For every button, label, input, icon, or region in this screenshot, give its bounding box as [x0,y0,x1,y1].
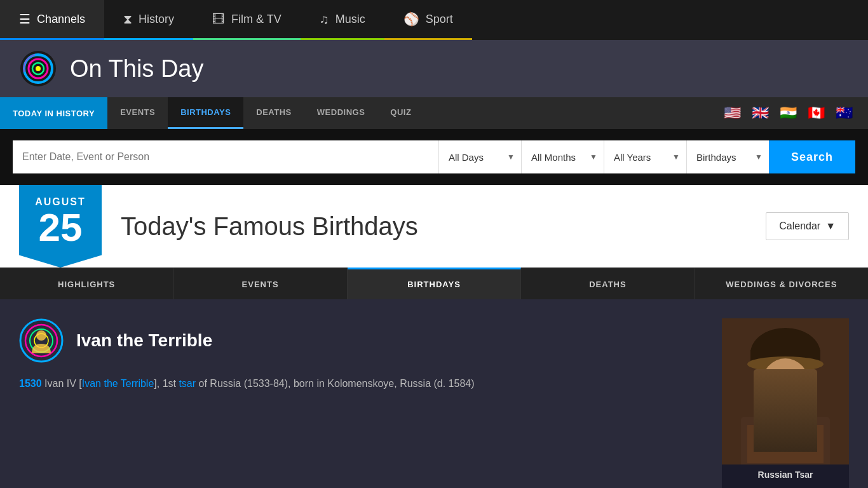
flag-uk[interactable]: 🇬🇧 [749,105,771,121]
flag-in[interactable]: 🇮🇳 [776,105,799,121]
person-description: 1530 Ivan IV [Ivan the Terrible], 1st ts… [19,376,703,392]
person-ring-icon [19,318,64,363]
search-bar: All Days 1234 5678 910 ▼ All Months Janu… [0,129,868,185]
search-button[interactable]: Search [769,140,855,173]
svg-point-27 [764,427,769,432]
nav-sport[interactable]: ⚾ Sport [384,0,472,40]
calendar-chevron-icon: ▼ [825,220,836,232]
page-title: Today's Famous Birthdays [121,212,766,241]
svg-point-16 [774,378,780,383]
date-banner: AUGUST 25 Today's Famous Birthdays Calen… [0,185,868,268]
years-select-wrap: All Years ▼ [604,140,686,173]
months-select[interactable]: All Months JanuaryFebruaryMarch AprilMay… [521,140,604,173]
ivan-link[interactable]: Ivan the Terrible [82,378,154,389]
months-select-wrap: All Months JanuaryFebruaryMarch AprilMay… [521,140,604,173]
svg-point-29 [789,427,794,432]
date-day: 25 [39,208,83,247]
channels-label: Channels [37,13,85,26]
person-name: Ivan the Terrible [76,330,212,351]
subnav-events[interactable]: Events [107,97,168,129]
nav-history[interactable]: ⧗ History [104,0,193,40]
svg-point-19 [765,390,806,418]
category-select-wrap: Birthdays Events Deaths Weddings ▼ [686,140,769,173]
search-input[interactable] [22,151,429,163]
music-label: Music [336,13,365,26]
svg-rect-26 [747,425,824,463]
tab-deaths[interactable]: Deaths [521,268,695,299]
flag-au[interactable]: 🇦🇺 [832,105,855,121]
flag-group: 🇺🇸 🇬🇧 🇮🇳 🇨🇦 🇦🇺 [708,97,868,129]
portrait-label: Russian Tsar [722,464,849,485]
svg-point-4 [36,66,41,71]
portrait-image [722,318,849,464]
years-select[interactable]: All Years [604,140,686,173]
sport-label: Sport [426,13,453,26]
person-icon-wrap [19,318,64,363]
top-navigation: ☰ Channels ⧗ History 🎞 Film & TV ♫ Music… [0,0,868,40]
filmtv-label: Film & TV [231,13,281,26]
person-year: 1530 [19,378,42,389]
svg-point-9 [36,330,46,341]
portrait-sublabel[interactable]: Ivan the Terrible [722,485,849,488]
svg-point-30 [802,427,807,432]
svg-point-20 [768,401,803,424]
music-icon: ♫ [320,12,329,27]
flag-ca[interactable]: 🇨🇦 [804,105,827,121]
history-icon: ⧗ [123,12,132,27]
channels-icon: ☰ [19,11,31,27]
nav-filmtv[interactable]: 🎞 Film & TV [193,0,301,40]
days-select-wrap: All Days 1234 5678 910 ▼ [438,140,521,173]
flag-us[interactable]: 🇺🇸 [721,105,743,121]
svg-point-25 [757,412,814,430]
content-tabs: Highlights Events Birthdays Deaths Weddi… [0,268,868,299]
brand-header: On This Day [0,40,868,97]
svg-point-24 [754,410,817,433]
sub-navigation: Today in History Events Birthdays Deaths… [0,97,868,129]
svg-point-18 [782,385,789,394]
subnav-weddings[interactable]: Weddings [304,97,378,129]
days-select[interactable]: All Days 1234 5678 910 [438,140,521,173]
sport-icon: ⚾ [403,11,419,27]
tab-birthdays[interactable]: Birthdays [348,268,521,299]
filmtv-icon: 🎞 [212,12,225,27]
person-header: Ivan the Terrible [19,318,703,363]
nav-channels[interactable]: ☰ Channels [0,0,104,40]
portrait-card: Russian Tsar Ivan the Terrible [722,318,849,488]
svg-point-15 [761,358,810,412]
subnav-today-history[interactable]: Today in History [0,97,107,129]
search-input-wrap [13,140,438,173]
tab-events[interactable]: Events [173,268,347,299]
brand-logo [19,50,57,88]
date-badge: AUGUST 25 [19,185,102,268]
calendar-button[interactable]: Calendar ▼ [766,212,849,240]
tsar-link[interactable]: tsar [179,378,196,389]
tab-highlights[interactable]: Highlights [0,268,173,299]
content-area: Ivan the Terrible 1530 Ivan IV [Ivan the… [0,299,868,488]
svg-point-28 [776,427,782,432]
svg-point-21 [770,392,788,400]
featured-person-card: Ivan the Terrible 1530 Ivan IV [Ivan the… [19,318,703,488]
brand-title: On This Day [70,55,203,83]
category-select[interactable]: Birthdays Events Deaths Weddings [686,140,769,173]
subnav-deaths[interactable]: Deaths [243,97,304,129]
svg-point-17 [790,378,797,383]
nav-music[interactable]: ♫ Music [301,0,384,40]
tab-weddings-divorces[interactable]: Weddings & Divorces [695,268,868,299]
calendar-btn-label: Calendar [779,220,820,232]
history-label: History [139,13,174,26]
subnav-birthdays[interactable]: Birthdays [168,97,243,129]
svg-point-22 [783,392,801,400]
portrait-svg [722,318,849,464]
subnav-quiz[interactable]: Quiz [377,97,424,129]
